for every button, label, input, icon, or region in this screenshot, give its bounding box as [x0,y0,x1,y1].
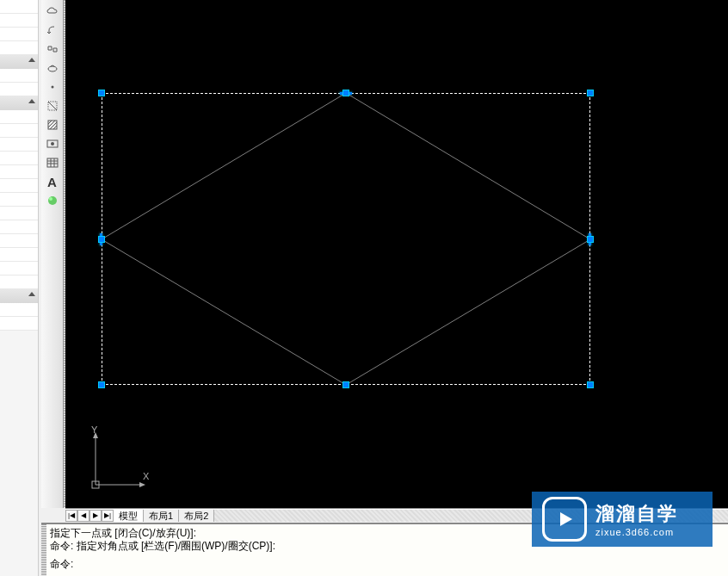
panel-row [0,41,38,55]
hatch-icon[interactable] [44,116,61,133]
tab-layout1[interactable]: 布局1 [144,510,179,522]
grip-handle[interactable] [98,236,105,243]
text-icon[interactable]: A [44,173,61,190]
collapse-arrow-icon [28,292,35,296]
wipeout-icon[interactable] [44,59,61,77]
cloud-icon[interactable] [44,3,61,20]
grip-handle[interactable] [98,90,105,96]
ucs-y-label: Y [91,426,98,435]
grip-handle[interactable] [342,381,349,388]
tab-nav-prev[interactable]: ◀ [77,510,89,522]
watermark-subtitle: zixue.3d66.com [595,527,678,537]
tab-nav-first[interactable]: |◀ [65,510,77,522]
svg-point-8 [49,197,52,201]
panel-row [0,124,38,138]
panel-section-header[interactable] [0,55,38,69]
collapse-arrow-icon [28,99,35,103]
draw-toolbar: A [41,0,64,508]
command-prompt[interactable]: 命令: [50,558,719,571]
panel-row [0,165,38,179]
grip-handle[interactable] [587,236,594,243]
ucs-x-label: X [143,471,150,481]
collapse-arrow-icon [28,58,35,62]
point-icon[interactable] [44,78,61,96]
watermark-title: 溜溜自学 [595,501,678,527]
panel-row [0,317,38,331]
panel-row [0,69,38,83]
tab-layout2[interactable]: 布局2 [179,510,214,522]
panel-section-header[interactable] [0,96,38,110]
boundary-icon[interactable] [44,135,61,152]
panel-row [0,138,38,152]
grip-handle[interactable] [342,90,349,96]
panel-section-header[interactable] [0,289,38,303]
panel-row [0,0,38,14]
svg-marker-9 [102,93,590,385]
svg-rect-6 [47,158,58,167]
svg-point-7 [48,196,57,205]
svg-marker-11 [560,512,572,526]
table-icon[interactable] [44,154,61,171]
polyline-diamond[interactable] [102,93,590,385]
watermark-badge: 溜溜自学 zixue.3d66.com [532,492,713,547]
panel-row [0,14,38,28]
panel-row [0,179,38,193]
svg-point-5 [51,142,54,146]
properties-panel [0,0,39,576]
grip-handle[interactable] [587,90,594,96]
panel-row [0,193,38,207]
region-icon[interactable] [44,97,61,115]
command-resize-handle[interactable] [41,524,46,576]
panel-row [0,110,38,124]
panel-row [0,276,38,289]
drawing-canvas[interactable]: Y X [65,0,728,508]
panel-row [0,28,38,41]
gradient-icon[interactable] [44,192,61,209]
svg-point-1 [51,86,53,89]
grip-handle[interactable] [587,381,594,388]
panel-row [0,303,38,317]
tab-model[interactable]: 模型 [114,510,144,522]
ucs-icon: Y X [83,426,151,504]
svg-point-0 [48,66,57,71]
play-icon [542,497,587,542]
panel-row [0,262,38,276]
undo-icon[interactable] [44,22,61,39]
panel-row [0,83,38,96]
panel-row [0,234,38,248]
panel-row [0,207,38,220]
tab-nav-next[interactable]: ▶ [89,510,102,522]
panel-row [0,220,38,234]
panel-row [0,152,38,165]
svg-rect-3 [48,121,57,129]
grip-handle[interactable] [98,381,105,388]
tab-nav-last[interactable]: ▶| [102,510,114,522]
explode-icon[interactable] [44,40,61,58]
panel-row [0,248,38,262]
